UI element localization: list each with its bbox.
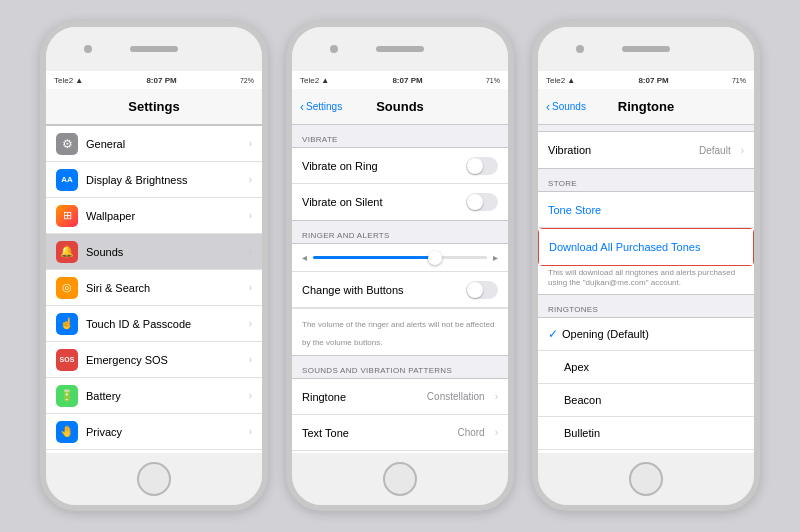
privacy-icon: 🤚: [56, 421, 78, 443]
ringtone-opening[interactable]: ✓ Opening (Default): [538, 318, 754, 351]
battery-pct-1: 72%: [240, 77, 254, 84]
change-buttons-label: Change with Buttons: [302, 284, 458, 296]
settings-item-itunes[interactable]: A iTunes & App Store ›: [46, 450, 262, 453]
download-desc: This will download all ringtones and ale…: [538, 266, 754, 294]
carrier-3: Tele2: [546, 76, 565, 85]
nav-bar-2: ‹ Settings Sounds: [292, 89, 508, 125]
status-right-2: 71%: [486, 77, 500, 84]
signal-2: ▲: [321, 76, 329, 85]
time-3: 8:07 PM: [638, 76, 668, 85]
privacy-label: Privacy: [86, 426, 239, 438]
patterns-group: Ringtone Constellation › Text Tone Chord…: [292, 378, 508, 453]
download-box: Download All Purchased Tones: [538, 228, 754, 266]
vibrate-ring-toggle[interactable]: [466, 157, 498, 175]
speaker-3: [622, 46, 670, 52]
download-label: Download All Purchased Tones: [549, 241, 700, 253]
camera-3: [576, 45, 584, 53]
time-1: 8:07 PM: [146, 76, 176, 85]
vibrate-silent-label: Vibrate on Silent: [302, 196, 458, 208]
ringtone-bulletin[interactable]: Bulletin: [538, 417, 754, 450]
settings-item-general[interactable]: ⚙ General ›: [46, 126, 262, 162]
siri-label: Siri & Search: [86, 282, 239, 294]
volume-high-icon: ▸: [493, 252, 498, 263]
settings-item-touchid[interactable]: ☝ Touch ID & Passcode ›: [46, 306, 262, 342]
change-buttons-item: Change with Buttons: [292, 272, 508, 308]
home-button-3[interactable]: [629, 462, 663, 496]
sounds-icon: 🔔: [56, 241, 78, 263]
back-arrow-2: ‹: [300, 100, 304, 114]
nav-title-1: Settings: [128, 99, 179, 114]
checkmark-opening: ✓: [548, 327, 558, 341]
back-arrow-3: ‹: [546, 100, 550, 114]
text-tone-value: Chord: [457, 427, 484, 438]
phone-3: Tele2 ▲ 8:07 PM 71% ‹ Sounds Ringtone Vi…: [532, 21, 760, 511]
ringtone-apex[interactable]: Apex: [538, 351, 754, 384]
ringtones-group: ✓ Opening (Default) Apex Beacon Bulletin…: [538, 317, 754, 453]
status-bar-3: Tele2 ▲ 8:07 PM 71%: [538, 71, 754, 89]
battery-icon: 🔋: [56, 385, 78, 407]
screen-3: Tele2 ▲ 8:07 PM 71% ‹ Sounds Ringtone Vi…: [538, 71, 754, 453]
phone-bottom-1: [46, 453, 262, 505]
text-tone-label: Text Tone: [302, 427, 449, 439]
screen-1: Tele2 ▲ 8:07 PM 72% Settings ⚙ General ›…: [46, 71, 262, 453]
time-2: 8:07 PM: [392, 76, 422, 85]
nav-bar-1: Settings: [46, 89, 262, 125]
home-button-2[interactable]: [383, 462, 417, 496]
phone-top-1: [46, 27, 262, 71]
phone-top-3: [538, 27, 754, 71]
back-label-2: Settings: [306, 101, 342, 112]
ringer-group: ◂ ▸ Change with Buttons The volume of th…: [292, 243, 508, 356]
nav-back-2[interactable]: ‹ Settings: [300, 100, 342, 114]
settings-item-battery[interactable]: 🔋 Battery ›: [46, 378, 262, 414]
nav-title-2: Sounds: [376, 99, 424, 114]
vibrate-header: VIBRATE: [292, 125, 508, 147]
settings-item-siri[interactable]: ◎ Siri & Search ›: [46, 270, 262, 306]
ringtone-screen: Vibration Default › STORE Tone Store Dow…: [538, 125, 754, 453]
settings-item-sounds[interactable]: 🔔 Sounds ›: [46, 234, 262, 270]
change-buttons-toggle[interactable]: [466, 281, 498, 299]
ringer-header: RINGER AND ALERTS: [292, 221, 508, 243]
back-label-3: Sounds: [552, 101, 586, 112]
text-tone-item[interactable]: Text Tone Chord ›: [292, 415, 508, 451]
nav-title-3: Ringtone: [618, 99, 674, 114]
display-label: Display & Brightness: [86, 174, 239, 186]
download-item[interactable]: Download All Purchased Tones: [539, 229, 753, 265]
volume-low-icon: ◂: [302, 252, 307, 263]
battery-label: Battery: [86, 390, 239, 402]
volume-desc: The volume of the ringer and alerts will…: [292, 308, 508, 355]
status-left-3: Tele2 ▲: [546, 76, 575, 85]
volume-slider[interactable]: [313, 256, 487, 259]
vibrate-ring-item: Vibrate on Ring: [292, 148, 508, 184]
slider-fill: [313, 256, 435, 259]
settings-item-sos[interactable]: SOS Emergency SOS ›: [46, 342, 262, 378]
carrier-2: Tele2: [300, 76, 319, 85]
sos-label: Emergency SOS: [86, 354, 239, 366]
voicemail-item[interactable]: New Voicemail Tri-tone ›: [292, 451, 508, 453]
touchid-label: Touch ID & Passcode: [86, 318, 239, 330]
wallpaper-label: Wallpaper: [86, 210, 239, 222]
ringtone-bulletin-name: Bulletin: [548, 427, 744, 439]
settings-item-display[interactable]: AA Display & Brightness ›: [46, 162, 262, 198]
status-left-2: Tele2 ▲: [300, 76, 329, 85]
battery-pct-3: 71%: [732, 77, 746, 84]
settings-list[interactable]: ⚙ General › AA Display & Brightness › ⊞ …: [46, 125, 262, 453]
home-button-1[interactable]: [137, 462, 171, 496]
ringtone-item[interactable]: Ringtone Constellation ›: [292, 379, 508, 415]
speaker-2: [376, 46, 424, 52]
ringtone-value: Constellation: [427, 391, 485, 402]
phone-top-2: [292, 27, 508, 71]
status-bar-2: Tele2 ▲ 8:07 PM 71%: [292, 71, 508, 89]
vibration-item[interactable]: Vibration Default ›: [538, 132, 754, 168]
settings-item-wallpaper[interactable]: ⊞ Wallpaper ›: [46, 198, 262, 234]
tone-store-item[interactable]: Tone Store: [538, 192, 754, 228]
sounds-list[interactable]: VIBRATE Vibrate on Ring Vibrate on Silen…: [292, 125, 508, 453]
ringtone-beacon[interactable]: Beacon: [538, 384, 754, 417]
phone-1: Tele2 ▲ 8:07 PM 72% Settings ⚙ General ›…: [40, 21, 268, 511]
settings-group: ⚙ General › AA Display & Brightness › ⊞ …: [46, 125, 262, 453]
camera-2: [330, 45, 338, 53]
settings-item-privacy[interactable]: 🤚 Privacy ›: [46, 414, 262, 450]
general-icon: ⚙: [56, 133, 78, 155]
nav-back-3[interactable]: ‹ Sounds: [546, 100, 586, 114]
vibrate-silent-toggle[interactable]: [466, 193, 498, 211]
touchid-icon: ☝: [56, 313, 78, 335]
